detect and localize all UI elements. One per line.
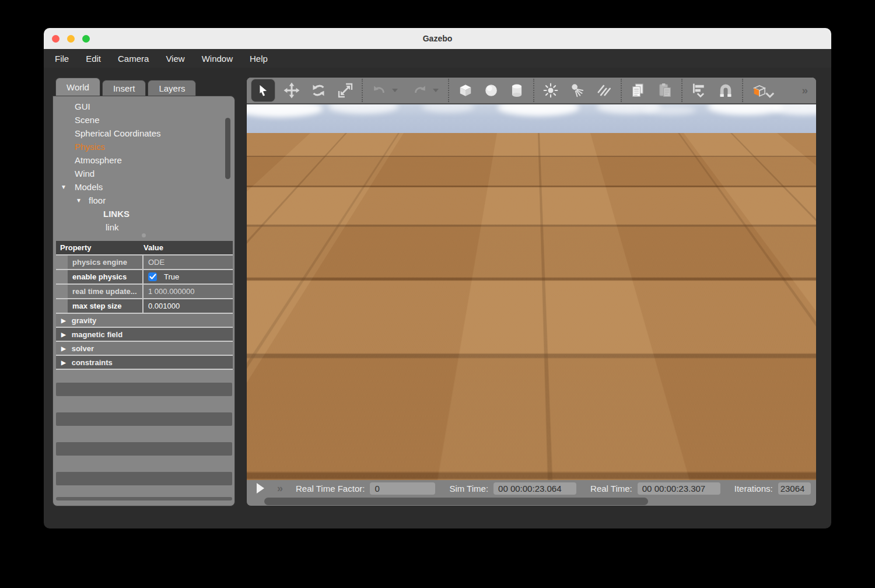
section-constraints[interactable]: ▶ constraints [56,356,233,369]
viewport-panel: » [246,77,817,506]
insert-cylinder-button[interactable] [505,79,528,102]
sphere-icon [482,82,500,99]
tree-item-links[interactable]: LINKS [53,207,235,220]
collapse-arrow-icon[interactable]: ▶ [61,331,66,338]
render-toolbar: » [247,78,816,104]
real-time-label: Real Time: [590,484,632,494]
splitter-handle[interactable] [142,233,146,237]
menu-window[interactable]: Window [198,52,236,65]
undo-history-dropdown-icon[interactable] [392,89,398,92]
sky [247,104,817,133]
toolbar-separator [681,79,682,102]
align-tool-button[interactable] [687,79,710,102]
magnet-icon [717,82,734,99]
move-arrows-icon [284,82,300,99]
menubar: File Edit Camera View Window Help [44,49,831,68]
section-solver[interactable]: ▶ solver [56,342,233,355]
empty-row [56,383,232,396]
tree-item-models[interactable]: ▼ Models [53,180,235,194]
point-light-button[interactable] [539,79,562,102]
tree-item-physics[interactable]: Physics [53,140,235,153]
tree-item-link[interactable]: link [53,220,235,234]
undo-button[interactable] [368,79,391,102]
value-max-step-size[interactable]: 0.001000 [144,299,233,313]
prop-real-time-update: real time update... [68,285,142,298]
toolbar-separator [448,79,449,102]
copy-icon [629,82,647,99]
menu-view[interactable]: View [162,52,188,65]
header-value: Value [144,243,163,252]
prop-physics-engine: physics engine [68,256,142,269]
tree-item-atmosphere[interactable]: Atmosphere [53,153,235,167]
redo-history-dropdown-icon[interactable] [433,89,439,92]
panel-horizontal-scrollbar[interactable] [56,497,232,501]
copy-button[interactable] [626,79,650,102]
real-time-factor-label: Real Time Factor: [296,484,365,494]
real-time-value: 00 00:00:23.307 [638,482,720,495]
view-cube-icon [751,82,777,99]
section-magnetic-field[interactable]: ▶ magnetic field [56,328,233,341]
quadcopter-model[interactable] [473,243,578,299]
menu-help[interactable]: Help [246,52,271,65]
value-real-time-update[interactable]: 1 000.000000 [144,285,233,298]
tree-item-spherical-coordinates[interactable]: Spherical Coordinates [53,127,235,140]
tab-layers[interactable]: Layers [148,80,196,96]
viewport-horizontal-scrollbar[interactable] [264,498,648,505]
menu-edit[interactable]: Edit [82,52,104,65]
empty-row [56,472,232,485]
toolbar-overflow-icon[interactable]: » [802,84,807,97]
play-button[interactable] [257,483,264,494]
value-enable-physics: True [144,270,233,284]
value-physics-engine[interactable]: ODE [144,256,233,269]
tree-item-floor[interactable]: ▼ floor [53,194,235,207]
translate-tool-button[interactable] [280,79,303,102]
table-row: enable physics True [56,270,233,284]
tab-world[interactable]: World [55,78,100,96]
collapse-arrow-icon[interactable]: ▶ [61,317,66,324]
section-gravity[interactable]: ▶ gravity [56,314,233,327]
property-table-header: Property Value [56,241,233,254]
align-icon [690,82,708,99]
statusbar-overflow-icon[interactable]: » [277,482,282,495]
expand-arrow-icon[interactable]: ▼ [76,194,82,207]
tree-item-wind[interactable]: Wind [53,167,235,180]
enable-physics-checkbox[interactable] [148,272,157,281]
redo-arrow-icon [412,83,428,98]
prop-max-step-size: max step size [68,299,142,313]
insert-sphere-button[interactable] [480,79,503,102]
snap-tool-button[interactable] [714,79,737,102]
table-row: max step size 0.001000 [56,299,233,313]
menu-camera[interactable]: Camera [114,52,152,65]
collapse-arrow-icon[interactable]: ▶ [61,345,66,352]
titlebar[interactable]: Gazebo [44,28,831,49]
toolbar-separator [621,79,622,102]
checkmark-icon [149,274,156,280]
cursor-arrow-icon [256,83,271,98]
tree-item-gui[interactable]: GUI [53,100,235,113]
tree-item-scene[interactable]: Scene [53,113,235,127]
empty-row [56,442,232,456]
view-angle-button[interactable] [748,79,780,102]
undo-arrow-icon [372,83,387,98]
sim-time-label: Sim Time: [449,484,488,494]
paste-button[interactable] [653,79,677,102]
sim-time-value: 00 00:00:23.064 [494,482,576,495]
directional-light-icon [596,82,612,99]
directional-light-button[interactable] [593,79,616,102]
simulation-statusbar: » Real Time Factor: 0 Sim Time: 00 00:00… [247,480,817,496]
select-tool-button[interactable] [251,79,275,102]
render-viewport[interactable] [247,104,817,480]
rotate-tool-button[interactable] [307,79,330,102]
insert-box-button[interactable] [454,79,477,102]
property-table: Property Value physics engine ODE enable… [56,241,233,370]
scale-tool-button[interactable] [334,79,357,102]
expand-arrow-icon[interactable]: ▼ [61,180,66,194]
menu-file[interactable]: File [51,52,72,65]
redo-button[interactable] [408,79,432,102]
collapse-arrow-icon[interactable]: ▶ [61,359,66,366]
tab-insert[interactable]: Insert [102,80,146,96]
spot-light-button[interactable] [566,79,589,102]
cube-icon [457,82,474,99]
panel-tabs: World Insert Layers [55,78,196,96]
tree-scrollbar[interactable] [225,118,230,179]
